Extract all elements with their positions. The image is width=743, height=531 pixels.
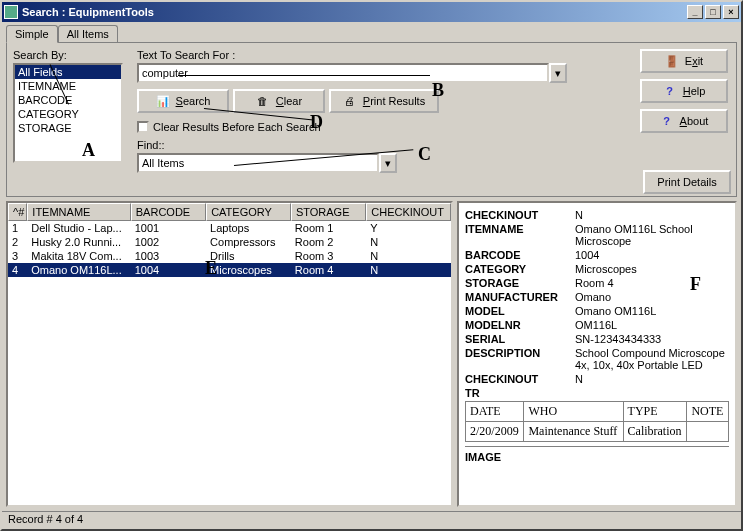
table-row[interactable]: 2Husky 2.0 Runni...1002CompressorsRoom 2… (8, 235, 451, 249)
col-itemname[interactable]: ITEMNAME (27, 203, 130, 221)
detail-row: CHECKINOUTN (465, 373, 729, 385)
printer-icon: 🖨 (343, 94, 357, 108)
detail-row: STORAGERoom 4 (465, 277, 729, 289)
searchby-item-storage[interactable]: STORAGE (15, 121, 121, 135)
search-dropdown-button[interactable]: ▾ (549, 63, 567, 83)
checkbox-label: Clear Results Before Each Search (153, 121, 321, 133)
search-input[interactable] (137, 63, 549, 83)
tr-col-date: DATE (466, 402, 524, 422)
results-grid[interactable]: ^# ITEMNAME BARCODE CATEGORY STORAGE CHE… (6, 201, 453, 507)
detail-row: CATEGORYMicroscopes (465, 263, 729, 275)
searchtext-label: Text To Search For : (137, 49, 567, 61)
window: Search : EquipmentTools _ □ × Simple All… (0, 0, 743, 531)
status-bar: Record # 4 of 4 (2, 511, 741, 529)
door-icon: 🚪 (665, 54, 679, 68)
table-row[interactable]: 4Omano OM116L...1004MicroscopesRoom 4N (8, 263, 451, 277)
searchby-item-allfields[interactable]: All Fields (15, 65, 121, 79)
minimize-button[interactable]: _ (687, 5, 703, 19)
table-row[interactable]: 1Dell Studio - Lap...1001LaptopsRoom 1Y (8, 221, 451, 235)
detail-row: MODELNROM116L (465, 319, 729, 331)
col-barcode[interactable]: BARCODE (131, 203, 206, 221)
app-icon (4, 5, 18, 19)
tab-simple[interactable]: Simple (6, 25, 58, 43)
close-button[interactable]: × (723, 5, 739, 19)
trash-icon: 🗑 (256, 94, 270, 108)
print-results-button[interactable]: 🖨Print Results (329, 89, 439, 113)
search-button[interactable]: 📊Search (137, 89, 229, 113)
col-category[interactable]: CATEGORY (206, 203, 291, 221)
tab-all-items[interactable]: All Items (58, 25, 118, 43)
clear-button[interactable]: 🗑Clear (233, 89, 325, 113)
about-button[interactable]: ?About (640, 109, 728, 133)
maximize-button[interactable]: □ (705, 5, 721, 19)
tr-table: DATE WHO TYPE NOTE 2/20/2009 Maintenance… (465, 401, 729, 442)
table-row[interactable]: 3Makita 18V Com...1003DrillsRoom 3N (8, 249, 451, 263)
detail-row: BARCODE1004 (465, 249, 729, 261)
col-num[interactable]: ^# (8, 203, 27, 221)
tr-col-note: NOTE (687, 402, 729, 422)
detail-row: MODELOmano OM116L (465, 305, 729, 317)
detail-row: MANUFACTUREROmano (465, 291, 729, 303)
about-icon: ? (660, 114, 674, 128)
titlebar: Search : EquipmentTools _ □ × (2, 2, 741, 22)
print-details-button[interactable]: Print Details (643, 170, 731, 194)
searchby-list[interactable]: All Fields ITEMNAME BARCODE CATEGORY STO… (13, 63, 123, 163)
tab-strip: Simple All Items (2, 22, 741, 42)
detail-row: CHECKINOUTN (465, 209, 729, 221)
clear-results-checkbox[interactable]: Clear Results Before Each Search (137, 121, 567, 133)
searchby-item-category[interactable]: CATEGORY (15, 107, 121, 121)
find-combo[interactable] (137, 153, 379, 173)
help-button[interactable]: ?Help (640, 79, 728, 103)
detail-row: DESCRIPTIONSchool Compound Microscope 4x… (465, 347, 729, 371)
find-label: Find:: (137, 139, 567, 151)
col-checkinout[interactable]: CHECKINOUT (366, 203, 451, 221)
help-icon: ? (663, 84, 677, 98)
searchby-item-itemname[interactable]: ITEMNAME (15, 79, 121, 93)
tr-label: TR (465, 387, 575, 399)
search-panel: Search By: All Fields ITEMNAME BARCODE C… (6, 42, 737, 197)
grid-header: ^# ITEMNAME BARCODE CATEGORY STORAGE CHE… (8, 203, 451, 221)
search-icon: 📊 (156, 94, 170, 108)
checkbox-box[interactable] (137, 121, 149, 133)
window-title: Search : EquipmentTools (22, 6, 154, 18)
detail-row: ITEMNAMEOmano OM116L School Microscope (465, 223, 729, 247)
exit-button[interactable]: 🚪Exit (640, 49, 728, 73)
find-dropdown-button[interactable]: ▾ (379, 153, 397, 173)
col-storage[interactable]: STORAGE (291, 203, 366, 221)
tr-row: 2/20/2009 Maintenance Stuff Calibration (466, 422, 729, 442)
tr-col-who: WHO (524, 402, 623, 422)
detail-row: SERIALSN-12343434333 (465, 333, 729, 345)
searchby-item-barcode[interactable]: BARCODE (15, 93, 121, 107)
image-label: IMAGE (465, 451, 575, 463)
detail-panel: CHECKINOUTNITEMNAMEOmano OM116L School M… (457, 201, 737, 507)
tr-col-type: TYPE (623, 402, 687, 422)
